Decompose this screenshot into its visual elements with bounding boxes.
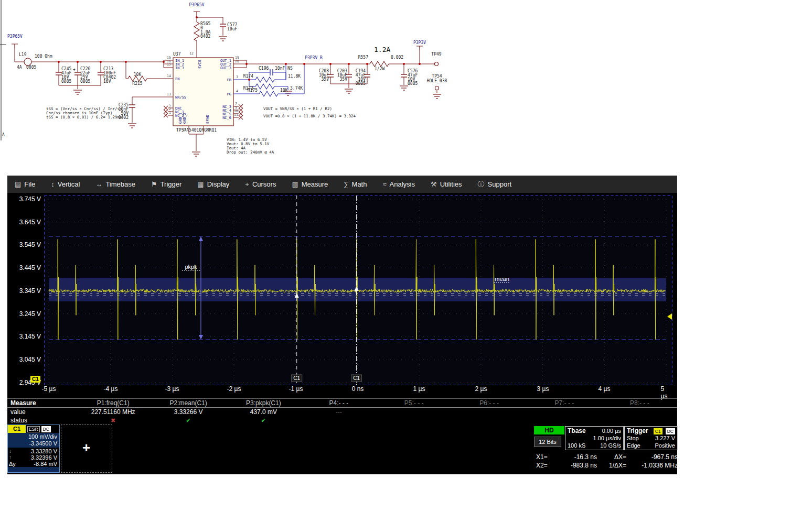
svg-text:R215: R215 <box>132 81 142 86</box>
support-icon: ⓘ <box>478 180 485 189</box>
cursor1-tag: C1 <box>292 375 302 382</box>
y-axis-label: 3.445 V <box>7 264 41 272</box>
measure-p3-value: 437.0 mV <box>226 408 301 416</box>
svg-text:18: 18 <box>182 128 186 132</box>
trigger-icon: ⚑ <box>151 180 157 188</box>
svg-text:13: 13 <box>167 92 171 96</box>
measure-p5-header[interactable]: P5:- - - <box>377 399 452 407</box>
x-axis-label: 4 µs <box>599 385 611 393</box>
svg-text:11: 11 <box>234 113 238 117</box>
sample-rate: 10 GS/s <box>600 442 621 449</box>
y-axis-label: 3.345 V <box>7 287 41 295</box>
svg-text:4A: 4A <box>17 65 22 70</box>
status-strip: C1 ESR DC 100 mV/div -3.34500 V ↓3.33280… <box>7 424 677 474</box>
svg-text:R557: R557 <box>358 55 368 60</box>
x2-label: X2= <box>536 462 557 470</box>
menu-item-analysis[interactable]: ≈Analysis <box>382 180 415 188</box>
y-axis-label: 3.745 V <box>7 195 41 203</box>
svg-text:21: 21 <box>206 128 210 132</box>
svg-text:3.74K: 3.74K <box>290 86 303 91</box>
measure-p2-header[interactable]: P2:mean(C1) <box>151 399 226 407</box>
measure-value-row: value 227.51160 MHz 3.33266 V 437.0 mV -… <box>7 407 677 416</box>
measure-p3-header[interactable]: P3:pkpk(C1) <box>226 399 301 407</box>
bias-branch: P3P65V R565 0 1.0A 0402 C577 10uF <box>189 3 238 58</box>
menu-item-cursors[interactable]: +Cursors <box>245 180 276 188</box>
feedback-network: C196 10nF NS R174 11.8K R173 3.74K R175 … <box>233 63 305 96</box>
cursor-upper-value: 3.33280 V <box>31 448 57 454</box>
svg-text:4: 4 <box>236 89 238 93</box>
svg-text:17: 17 <box>167 63 171 67</box>
dc-coupling-badge: DC <box>41 426 51 432</box>
channel-position-marker[interactable]: C1 <box>30 376 40 383</box>
svg-text:IN_3: IN_3 <box>175 66 184 70</box>
measure-p8-header[interactable]: P8:- - - <box>602 399 677 407</box>
menu-item-math[interactable]: ∑Math <box>344 180 367 188</box>
trigger-panel[interactable]: Trigger C1 DC Stop 3.227 V Edge Positive <box>624 426 678 450</box>
svg-text:100 Ohm: 100 Ohm <box>35 54 52 59</box>
measure-table: Measure P1:freq(C1) P2:mean(C1) P3:pkpk(… <box>7 398 677 425</box>
add-trace-slot[interactable]: + <box>61 425 112 473</box>
x-axis-label: -1 µs <box>289 385 303 393</box>
menu-item-file[interactable]: ▤File <box>15 180 35 188</box>
measure-p1-header[interactable]: P1:freq(C1) <box>76 399 151 407</box>
analysis-icon: ≈ <box>382 180 386 188</box>
menu-item-trigger[interactable]: ⚑Trigger <box>151 180 181 188</box>
svg-text:Drop out: 240mV @ 4A: Drop out: 240mV @ 4A <box>227 150 274 155</box>
svg-text:VOUT =0.8 × (1 + 11.8K / 3.74K: VOUT =0.8 × (1 + 11.8K / 3.74K) = 3.324 <box>263 114 356 118</box>
menu-item-timebase[interactable]: ↔Timebase <box>95 180 135 188</box>
net-label-p3p65v-top: P3P65V <box>189 3 205 7</box>
measure-p6-header[interactable]: P6:- - - <box>452 399 527 407</box>
trigger-kind: Edge <box>627 442 640 449</box>
menu-label: Measure <box>302 180 328 188</box>
x-axis-label: -3 µs <box>165 385 179 393</box>
status-row-label: status <box>7 417 76 424</box>
svg-text:NC_6: NC_6 <box>222 116 231 120</box>
timebase-offset: 0.00 µs <box>602 428 621 434</box>
channel1-offset: -3.34500 V <box>8 440 59 447</box>
invdx-label: 1/ΔX= <box>597 462 626 470</box>
measure-p1-status-icon <box>76 417 151 424</box>
menu-item-support[interactable]: ⓘSupport <box>478 180 512 189</box>
display-icon: ▦ <box>197 180 204 188</box>
timebase-panel[interactable]: Tbase 0.00 µs 1.00 µs/div 100 kS 10 GS/s <box>565 426 624 450</box>
cursor-lower-value: 3.32396 V <box>31 454 57 461</box>
menu-label: Trigger <box>161 180 182 188</box>
svg-text:C1: C1 <box>353 375 360 381</box>
schematic-panel: A P3P65V R565 0 1.0A 0402 C577 10uF P3P6… <box>0 0 472 176</box>
timebase-title: Tbase <box>568 427 586 434</box>
svg-text:0805: 0805 <box>356 81 366 86</box>
svg-text:EN: EN <box>175 77 179 81</box>
menu-item-measure[interactable]: ▥Measure <box>292 180 328 188</box>
cursor-lower-icon: ↑ <box>9 454 12 461</box>
mean-indicator: mean <box>494 276 510 282</box>
svg-text:12: 12 <box>189 51 194 56</box>
waveform-grid[interactable]: pkpk mean C1 C1 <box>44 195 672 385</box>
sheet-border: A <box>0 0 6 140</box>
svg-text:TP49: TP49 <box>431 52 441 57</box>
channel1-cursor-readout: ↓3.33280 V ↑3.32396 V Δy-8.84 mV <box>8 448 59 467</box>
measure-p4-header[interactable]: P4:- - - <box>301 399 376 407</box>
y-axis-label: 3.045 V <box>7 355 41 364</box>
menu-item-vertical[interactable]: ↕Vertical <box>51 180 80 188</box>
svg-text:10K: 10K <box>134 72 142 77</box>
dx-label: ΔX= <box>597 453 626 462</box>
value-row-label: value <box>7 408 76 416</box>
channel1-descriptor[interactable]: C1 ESR DC 100 mV/div -3.34500 V ↓3.33280… <box>7 425 60 473</box>
svg-text:1/2W: 1/2W <box>375 67 384 71</box>
menu-label: File <box>24 180 35 188</box>
svg-text:L19: L19 <box>19 52 27 57</box>
svg-text:+: + <box>73 67 76 72</box>
acquisition-panel[interactable]: HD 12 Bits <box>534 426 564 447</box>
measure-p7-header[interactable]: P7:- - - <box>527 399 602 407</box>
y-axis-label: 3.545 V <box>7 241 41 249</box>
bit-resolution: 12 Bits <box>534 437 561 447</box>
channel1-name: C1 <box>8 425 26 433</box>
x-axis-label: 0 ns <box>352 385 364 393</box>
input-rail: P3P65V L19 100 Ohm 4A 0805 C245 47uF 10V… <box>7 34 173 94</box>
x-axis-label: 5 µs <box>661 385 672 400</box>
menu-item-display[interactable]: ▦Display <box>197 180 229 188</box>
svg-text:10K: 10K <box>280 88 288 93</box>
svg-text:0805: 0805 <box>80 79 90 84</box>
menu-item-utilities[interactable]: ⚒Utilities <box>431 180 462 188</box>
plus-icon: + <box>82 440 90 456</box>
